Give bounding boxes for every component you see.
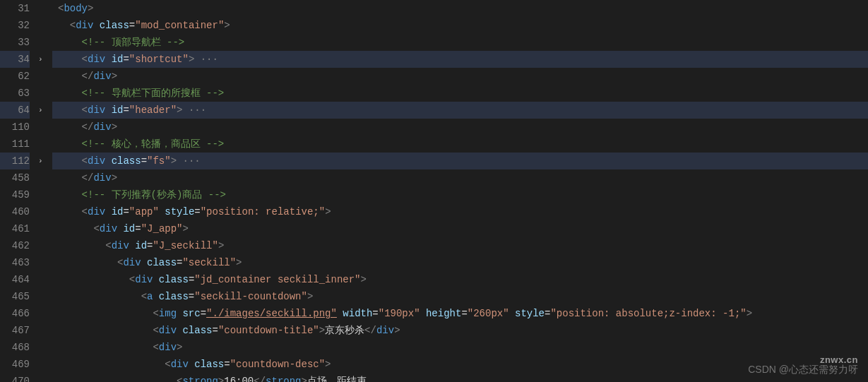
- token-tag-bracket: >: [325, 359, 331, 370]
- token-attr-value: "shortcut": [129, 54, 189, 65]
- token-tag-bracket: >: [182, 223, 188, 234]
- token-attr-value: "position: absolute;z-index: -1;": [550, 308, 746, 319]
- code-line[interactable]: <div class="seckill">: [52, 254, 868, 271]
- line-number: 34: [0, 51, 30, 68]
- token-attr-value: "app": [129, 206, 159, 217]
- code-line[interactable]: </div>: [52, 119, 868, 136]
- token-comment: <!-- 下列推荐(秒杀)商品 -->: [82, 189, 226, 201]
- token-attr-value: "position: relative;": [201, 206, 325, 217]
- code-line[interactable]: <div id="app" style="position: relative;…: [52, 203, 868, 220]
- code-line[interactable]: <div class="countdown-title">京东秒杀</div>: [52, 322, 868, 339]
- token-attr-value: "jd_container seckill_inner": [194, 274, 360, 285]
- code-line[interactable]: </div>: [52, 169, 868, 186]
- code-line[interactable]: <div>: [52, 339, 868, 356]
- token-attr-value: "countdown-title": [218, 325, 319, 336]
- code-line[interactable]: <strong>16:00</strong>点场，距结束: [52, 373, 868, 382]
- code-line[interactable]: <img src="./images/seckill.png" width="1…: [52, 305, 868, 322]
- watermark-text: CSDN @心态还需努力呀: [748, 364, 858, 376]
- token-text-content: =: [123, 206, 129, 217]
- code-line[interactable]: <!-- 核心，轮播，商品区 -->: [52, 136, 868, 153]
- token-fold-dots: ···: [194, 54, 218, 65]
- token-attr-name: class: [159, 274, 189, 285]
- code-line[interactable]: <!-- 顶部导航栏 -->: [52, 34, 868, 51]
- token-tag-bracket: >: [319, 325, 325, 336]
- line-number: 63: [0, 85, 30, 102]
- code-line[interactable]: <!-- 导航栏下面的所搜框 -->: [52, 85, 868, 102]
- token-text-content: [153, 274, 158, 285]
- token-tag-bracket: <: [153, 325, 158, 336]
- line-number: 62: [0, 68, 30, 85]
- token-tag-bracket: <: [82, 206, 88, 217]
- line-number: 469: [0, 356, 30, 373]
- line-number: 470: [0, 373, 30, 382]
- token-tag-bracket: </: [254, 376, 266, 382]
- token-attr-name: id: [135, 240, 147, 251]
- token-tag-bracket: <: [165, 359, 170, 370]
- code-line[interactable]: <body>: [52, 0, 868, 17]
- token-tag-name: div: [88, 54, 105, 65]
- code-area[interactable]: <body> <div class="mod_container"> <!-- …: [52, 0, 868, 382]
- token-tag-bracket: <: [82, 54, 88, 65]
- token-tag-bracket: </: [364, 325, 376, 336]
- token-attr-value: "seckill-countdown": [194, 291, 307, 302]
- token-tag-bracket: <: [82, 155, 88, 167]
- line-number: 466: [0, 305, 30, 322]
- code-line[interactable]: <!-- 下列推荐(秒杀)商品 -->: [52, 186, 868, 203]
- token-text-content: [105, 105, 111, 116]
- token-attr-name: width: [343, 308, 372, 319]
- token-tag-bracket: <: [93, 223, 99, 234]
- code-line[interactable]: <div class="mod_container">: [52, 17, 868, 34]
- fold-collapsed-icon[interactable]: ›: [38, 55, 43, 64]
- token-attr-value: "mod_container": [135, 20, 224, 31]
- token-tag-bracket: <: [70, 20, 76, 31]
- code-line[interactable]: <div class="jd_container seckill_inner">: [52, 271, 868, 288]
- token-attr-value: "260px": [468, 308, 509, 319]
- token-attr-name: id: [112, 54, 124, 65]
- code-line[interactable]: <div class="countdown-desc">: [52, 356, 868, 373]
- token-attr-value: "header": [129, 105, 177, 116]
- code-line[interactable]: <a class="seckill-countdown">: [52, 288, 868, 305]
- token-attr-value: "./images/seckill.png": [206, 308, 337, 319]
- token-attr-value: "J_app": [141, 223, 183, 234]
- token-tag-name: div: [100, 223, 117, 234]
- fold-collapsed-icon[interactable]: ›: [38, 106, 43, 114]
- token-text-content: =: [123, 54, 129, 65]
- code-line[interactable]: </div>: [52, 68, 868, 85]
- token-tag-bracket: <: [153, 342, 158, 353]
- code-line[interactable]: <div id="J_app">: [52, 220, 868, 237]
- token-attr-value: "190px": [379, 308, 420, 319]
- token-tag-bracket: >: [112, 172, 117, 184]
- token-attr-name: id: [112, 105, 124, 116]
- token-tag-name: div: [93, 172, 111, 184]
- line-number-gutter: 3132333462636411011111245845946046146246…: [0, 0, 35, 382]
- token-comment: <!-- 顶部导航栏 -->: [82, 37, 185, 48]
- token-tag-bracket: >: [325, 206, 331, 217]
- token-text-content: =: [123, 105, 129, 116]
- code-line[interactable]: <div class="fs"> ···: [52, 153, 868, 169]
- token-tag-name: div: [135, 274, 153, 285]
- token-attr-name: style: [165, 206, 194, 217]
- code-line[interactable]: <div id="header"> ···: [52, 102, 868, 119]
- line-number: 462: [0, 237, 30, 254]
- token-attr-value: "fs": [147, 155, 171, 167]
- token-tag-bracket: >: [307, 291, 313, 302]
- token-tag-bracket: </: [82, 71, 94, 82]
- line-number: 112: [0, 153, 30, 169]
- token-tag-bracket: </: [82, 172, 94, 184]
- token-text-content: [189, 359, 194, 370]
- line-number: 461: [0, 220, 30, 237]
- token-fold-dots: ···: [177, 155, 201, 167]
- token-text-content: [93, 20, 99, 31]
- code-line[interactable]: <div id="shortcut"> ···: [52, 51, 868, 68]
- fold-collapsed-icon[interactable]: ›: [38, 157, 43, 165]
- token-tag-bracket: >: [177, 342, 182, 353]
- code-editor[interactable]: 3132333462636411011111245845946046146246…: [0, 0, 868, 382]
- token-tag-bracket: >: [218, 376, 224, 382]
- token-attr-name: src: [182, 308, 200, 319]
- token-text-content: [105, 155, 111, 167]
- token-tag-name: div: [88, 155, 105, 167]
- token-attr-name: class: [159, 291, 189, 302]
- token-text-content: [105, 206, 111, 217]
- code-line[interactable]: <div id="J_seckill">: [52, 237, 868, 254]
- fold-gutter[interactable]: ›››: [35, 0, 52, 382]
